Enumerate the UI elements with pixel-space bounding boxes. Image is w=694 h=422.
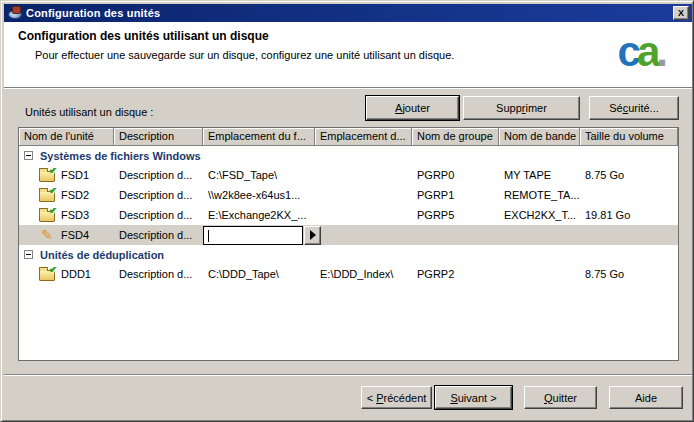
group-row-deduplication[interactable]: Unités de déduplication — [19, 245, 678, 264]
group-row-windows-filesystems[interactable]: Systèmes de fichiers Windows — [19, 146, 678, 165]
column-header-group-name[interactable]: Nom de groupe — [412, 128, 499, 146]
delete-button[interactable]: Supprimer — [463, 96, 580, 120]
table-cell: 8.75 Go — [580, 169, 679, 181]
text-caret — [208, 230, 209, 242]
folder-check-icon — [39, 171, 55, 182]
device-name: FSD3 — [61, 209, 89, 221]
table-cell: \\w2k8ee-x64us1... — [203, 189, 315, 201]
right-triangle-icon — [310, 230, 316, 240]
folder-check-icon — [39, 270, 55, 281]
table-row-fsd4-editing[interactable]: ✎FSD4 Description d... — [19, 225, 678, 245]
dialog-window: Configuration des unités X Configuration… — [0, 0, 694, 422]
page-subtitle: Pour effectuer une sauvegarde sur un dis… — [35, 49, 454, 61]
list-label: Unités utilisant un disque : — [25, 106, 153, 118]
table-row-ddd1[interactable]: DDD1 Description d... C:\DDD_Tape\ E:\DD… — [19, 264, 678, 284]
column-header-file-location[interactable]: Emplacement du f... — [203, 128, 315, 146]
table-cell: FSD3 — [19, 208, 114, 222]
device-name: FSD1 — [61, 169, 89, 181]
table-cell: EXCH2KX_T... — [499, 209, 580, 221]
column-header-index-location[interactable]: Emplacement d... — [315, 128, 412, 146]
pencil-edit-icon: ✎ — [39, 227, 55, 243]
table-cell: PGRP1 — [412, 189, 499, 201]
add-button[interactable]: Ajouter — [366, 96, 459, 120]
help-button[interactable]: Aide — [609, 386, 683, 409]
table-cell: E:\Exchange2KX_... — [203, 209, 315, 221]
table-cell: Description d... — [114, 169, 203, 181]
table-cell: REMOTE_TA... — [499, 189, 580, 201]
expand-editor-button[interactable] — [304, 226, 321, 245]
window-title: Configuration des unités — [26, 7, 160, 19]
table-cell: MY TAPE — [499, 169, 580, 181]
device-name: DDD1 — [61, 268, 91, 280]
table-cell: C:\FSD_Tape\ — [203, 169, 315, 181]
table-cell: 19.81 Go — [580, 209, 679, 221]
table-row-fsd1[interactable]: FSD1 Description d... C:\FSD_Tape\ PGRP0… — [19, 165, 678, 185]
table-cell: FSD1 — [19, 168, 114, 182]
collapse-icon[interactable] — [24, 250, 33, 259]
titlebar: Configuration des unités X — [4, 4, 692, 22]
table-row-fsd3[interactable]: FSD3 Description d... E:\Exchange2KX_...… — [19, 205, 678, 225]
ca-logo: ca. — [618, 22, 668, 82]
table-cell: PGRP0 — [412, 169, 499, 181]
column-header-name[interactable]: Nom de l'unité — [19, 128, 114, 146]
device-table: Nom de l'unité Description Emplacement d… — [18, 127, 679, 361]
security-button[interactable]: Sécurité... — [589, 96, 679, 120]
table-cell: Description d... — [114, 209, 203, 221]
table-header: Nom de l'unité Description Emplacement d… — [19, 128, 678, 146]
ca-logo-dot: . — [656, 28, 668, 75]
table-cell: ✎FSD4 — [19, 227, 114, 243]
table-cell: E:\DDD_Index\ — [315, 268, 412, 280]
quit-button[interactable]: Quitter — [524, 386, 597, 409]
group-label: Systèmes de fichiers Windows — [40, 150, 201, 162]
table-cell: Description d... — [114, 189, 203, 201]
column-header-tape-name[interactable]: Nom de bande — [499, 128, 580, 146]
device-name: FSD2 — [61, 189, 89, 201]
ca-logo-a: a — [637, 28, 656, 75]
column-header-description[interactable]: Description — [114, 128, 203, 146]
app-icon — [7, 6, 22, 20]
inline-editor — [203, 225, 321, 245]
table-cell: PGRP2 — [412, 268, 499, 280]
table-row-fsd2[interactable]: FSD2 Description d... \\w2k8ee-x64us1...… — [19, 185, 678, 205]
device-name: FSD4 — [61, 229, 89, 241]
table-cell: Description d... — [114, 229, 203, 241]
footer-divider — [4, 374, 692, 376]
ca-logo-c: c — [618, 28, 637, 75]
header-panel: Configuration des unités utilisant un di… — [4, 22, 692, 87]
table-cell: FSD2 — [19, 188, 114, 202]
path-edit-input[interactable] — [203, 226, 303, 245]
table-cell: PGRP5 — [412, 209, 499, 221]
collapse-icon[interactable] — [24, 151, 33, 160]
page-title: Configuration des unités utilisant un di… — [18, 29, 269, 43]
column-header-volume-size[interactable]: Taille du volume — [580, 128, 678, 146]
next-button[interactable]: Suivant > — [435, 386, 512, 409]
table-cell: 8.75 Go — [580, 268, 679, 280]
table-cell: DDD1 — [19, 267, 114, 281]
table-cell: Description d... — [114, 268, 203, 280]
header-divider — [4, 87, 692, 89]
group-label: Unités de déduplication — [40, 249, 164, 261]
table-cell: C:\DDD_Tape\ — [203, 268, 315, 280]
folder-check-icon — [39, 191, 55, 202]
previous-button[interactable]: < Précédent — [361, 386, 432, 409]
folder-check-icon — [39, 211, 55, 222]
close-button[interactable]: X — [673, 6, 689, 20]
table-empty-area — [19, 284, 678, 360]
